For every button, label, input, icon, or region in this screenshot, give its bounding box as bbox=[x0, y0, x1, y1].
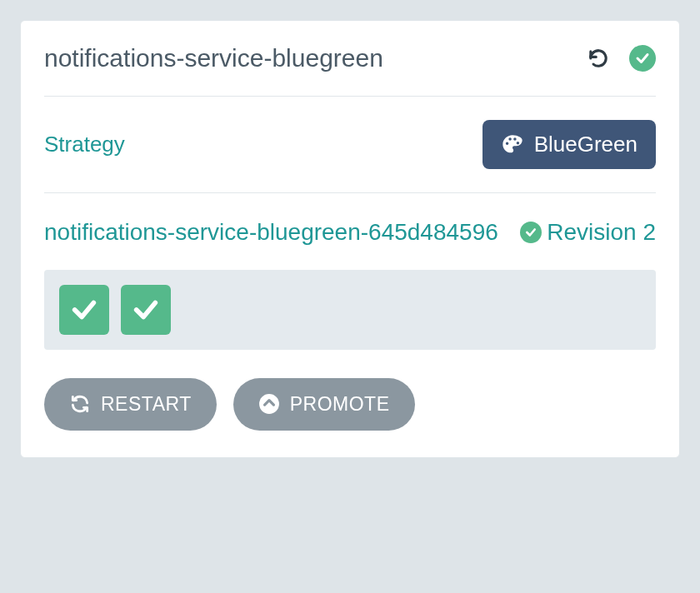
revision-status: Revision 2 bbox=[520, 217, 656, 247]
revision-name-link[interactable]: notifications-service-bluegreen-645d4845… bbox=[44, 217, 512, 248]
strategy-badge: BlueGreen bbox=[482, 120, 656, 169]
promote-button-label: PROMOTE bbox=[290, 393, 390, 416]
refresh-icon[interactable] bbox=[588, 47, 609, 69]
header-actions bbox=[588, 45, 656, 72]
header-row: notifications-service-bluegreen bbox=[44, 44, 656, 72]
status-healthy-icon bbox=[520, 222, 542, 243]
revision-row: notifications-service-bluegreen-645d4845… bbox=[44, 217, 656, 248]
restart-button-label: RESTART bbox=[101, 393, 192, 416]
pod-status-healthy[interactable] bbox=[59, 285, 109, 335]
strategy-label[interactable]: Strategy bbox=[44, 132, 125, 157]
pod-tray bbox=[44, 270, 656, 350]
svg-point-0 bbox=[259, 394, 279, 414]
palette-icon bbox=[501, 133, 524, 157]
pod-status-healthy[interactable] bbox=[121, 285, 171, 335]
rollout-card: notifications-service-bluegreen Str bbox=[20, 20, 680, 458]
restart-button[interactable]: RESTART bbox=[44, 378, 217, 431]
strategy-value: BlueGreen bbox=[534, 132, 638, 157]
promote-button[interactable]: PROMOTE bbox=[233, 378, 415, 431]
divider bbox=[44, 96, 656, 97]
divider bbox=[44, 192, 656, 193]
revision-number-label: Revision 2 bbox=[547, 217, 656, 247]
action-buttons: RESTART PROMOTE bbox=[44, 378, 656, 431]
rollout-title: notifications-service-bluegreen bbox=[44, 44, 383, 72]
promote-icon bbox=[258, 393, 280, 415]
strategy-row: Strategy BlueGreen bbox=[44, 120, 656, 169]
restart-icon bbox=[69, 393, 91, 415]
status-healthy-icon bbox=[629, 45, 656, 72]
